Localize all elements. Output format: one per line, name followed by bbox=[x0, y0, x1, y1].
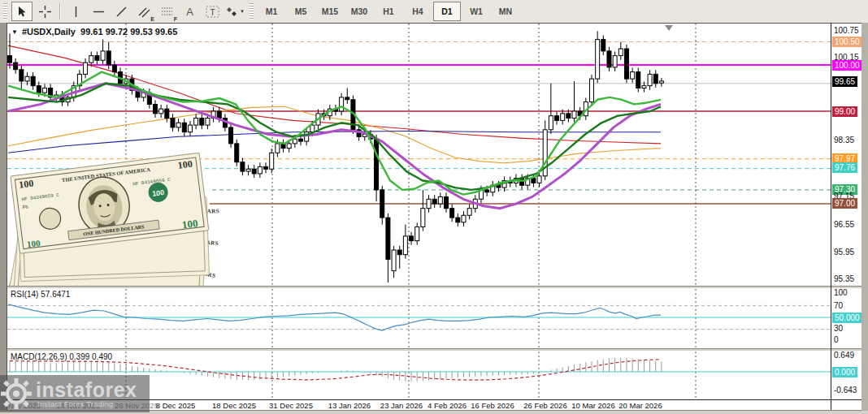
price-axis-label: 95.35 bbox=[834, 274, 854, 284]
date-label: 23 Jan 2026 bbox=[380, 401, 423, 410]
price-axis-label: 100.75 bbox=[834, 26, 859, 36]
watermark-subtitle-text: Instant Forex Trading bbox=[37, 401, 137, 408]
right-scroll-strip[interactable] bbox=[861, 23, 868, 414]
price-axis-label: 96.55 bbox=[834, 220, 854, 230]
rsi-axis-label: 30 bbox=[834, 324, 843, 334]
price-axis-label: 100.50 bbox=[832, 37, 862, 47]
rsi-indicator-label: RSI(14) 57.6471 bbox=[11, 290, 70, 299]
left-gutter bbox=[0, 23, 7, 414]
chart-surface[interactable]: ONE HUNDRED DOLLARS100ONE HUNDRED DOLLAR… bbox=[0, 0, 868, 414]
svg-text:100: 100 bbox=[177, 158, 193, 171]
date-label: 31 Dec 2025 bbox=[269, 401, 313, 410]
symbol-name: #USDX,Daily bbox=[22, 27, 76, 37]
date-label: 8 Dec 2025 bbox=[156, 401, 196, 410]
price-axis-label: 99.65 bbox=[832, 76, 857, 87]
price-axis-label: 97.76 bbox=[832, 162, 857, 173]
price-axis-label: 99.00 bbox=[832, 106, 857, 117]
price-axis-label: 100.00 bbox=[832, 60, 862, 71]
date-label: 18 Dec 2025 bbox=[212, 401, 256, 410]
trading-terminal-window: EFAT▾ M1M5M15M30H1H4D1W1MN ONE HUNDRED D… bbox=[0, 0, 868, 414]
macd-axis-label: 0.649 bbox=[834, 351, 854, 360]
instaforex-watermark: instaforex Instant Forex Trading bbox=[0, 375, 150, 412]
date-label: 4 Feb 2026 bbox=[427, 401, 467, 410]
date-label: 16 Feb 2026 bbox=[471, 401, 514, 410]
svg-text:100: 100 bbox=[18, 178, 34, 191]
instaforex-gear-icon bbox=[0, 377, 33, 410]
svg-text:100: 100 bbox=[152, 188, 165, 198]
date-label: 26 Feb 2026 bbox=[523, 401, 566, 410]
price-axis-label: 97.00 bbox=[832, 198, 857, 209]
date-label: 13 Jan 2026 bbox=[328, 401, 371, 410]
macd-indicator-label: MACD(12,26,9) 0.399 0.490 bbox=[11, 352, 112, 361]
rsi-axis-label: 100 bbox=[834, 288, 848, 298]
date-label: 10 Mar 2026 bbox=[571, 401, 614, 410]
symbol-dropdown-icon[interactable]: ▼ bbox=[11, 28, 18, 36]
rsi-axis-label: 70 bbox=[834, 301, 843, 311]
ohlc-values: 99.61 99.72 99.53 99.65 bbox=[80, 27, 177, 37]
price-axis-label: 98.35 bbox=[834, 136, 854, 145]
rsi-axis-label: 0 bbox=[834, 335, 839, 345]
rsi-axis-label: 50.000 bbox=[832, 313, 862, 323]
svg-text:100: 100 bbox=[181, 217, 198, 231]
date-label: 20 Mar 2026 bbox=[618, 401, 662, 410]
watermark-brand-text: instaforex bbox=[36, 380, 137, 400]
macd-axis-label: -0.643 bbox=[834, 386, 857, 395]
svg-text:100: 100 bbox=[26, 238, 41, 249]
chart-title: ▼#USDX,Daily 99.61 99.72 99.53 99.65 bbox=[11, 27, 177, 37]
macd-axis-label: 0.000 bbox=[832, 367, 857, 377]
price-axis-label: 95.95 bbox=[834, 248, 854, 257]
